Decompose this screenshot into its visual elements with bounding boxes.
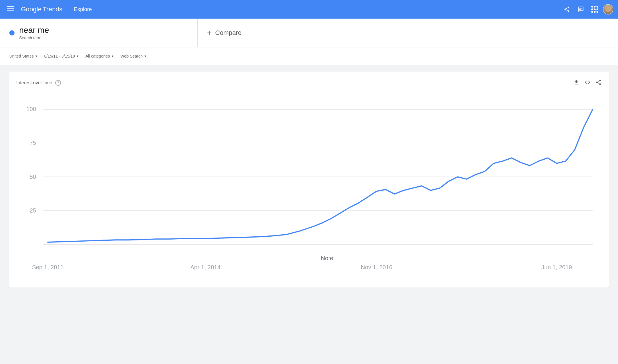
categories-arrow-icon: ▾ — [112, 54, 113, 58]
menu-icon[interactable] — [5, 3, 16, 16]
chart-header: Interest over time ? — [16, 79, 602, 87]
svg-text:75: 75 — [30, 140, 36, 146]
chart-help-icon[interactable]: ? — [55, 80, 61, 86]
trend-chart: 100 75 50 25 Sep 1, 2011 Apr 1, 2014 Nov… — [16, 91, 602, 281]
svg-text:Jun 1, 2019: Jun 1, 2019 — [541, 264, 572, 270]
search-dot-indicator — [9, 30, 15, 35]
region-arrow-icon: ▾ — [35, 54, 37, 58]
region-label: United States — [9, 54, 34, 58]
region-filter[interactable]: United States ▾ — [9, 53, 37, 60]
svg-text:Note: Note — [321, 255, 333, 261]
apps-button[interactable] — [589, 3, 601, 15]
svg-text:Sep 1, 2011: Sep 1, 2011 — [32, 264, 64, 270]
svg-rect-4 — [579, 9, 581, 10]
svg-text:Nov 1, 2016: Nov 1, 2016 — [361, 264, 392, 270]
compare-plus-icon: + — [207, 28, 212, 38]
search-type-filter[interactable]: Web Search ▾ — [120, 53, 146, 60]
interest-over-time-card: Interest over time ? — [9, 72, 609, 288]
header-actions — [561, 3, 613, 15]
date-label: 8/15/11 - 8/15/19 — [44, 54, 75, 58]
svg-text:Apr 1, 2014: Apr 1, 2014 — [190, 264, 221, 270]
search-type-arrow-icon: ▾ — [144, 54, 146, 58]
search-section: near me Search term + Compare — [0, 19, 618, 47]
svg-text:50: 50 — [30, 174, 36, 180]
main-content: Interest over time ? — [0, 65, 618, 295]
explore-label: Explore — [74, 6, 92, 13]
logo-google: Google — [21, 6, 42, 13]
svg-rect-0 — [7, 6, 14, 7]
avatar[interactable] — [603, 4, 613, 15]
share-button[interactable] — [561, 3, 573, 15]
search-term-text: near me Search term — [19, 26, 49, 40]
apps-grid-icon — [589, 3, 601, 15]
feedback-button[interactable] — [575, 3, 587, 15]
svg-rect-2 — [7, 10, 14, 11]
search-term-label: near me — [19, 26, 49, 35]
date-arrow-icon: ▾ — [77, 54, 78, 58]
embed-button[interactable] — [584, 79, 591, 87]
download-button[interactable] — [573, 79, 580, 87]
logo-trends: Trends — [43, 6, 62, 13]
svg-rect-1 — [7, 8, 14, 9]
search-type-label: Web Search — [120, 54, 143, 58]
svg-rect-3 — [579, 8, 583, 8]
filter-bar: United States ▾ 8/15/11 - 8/15/19 ▾ All … — [0, 47, 618, 65]
categories-filter[interactable]: All categories ▾ — [85, 53, 113, 60]
date-filter[interactable]: 8/15/11 - 8/15/19 ▾ — [44, 53, 78, 60]
svg-text:25: 25 — [30, 207, 36, 214]
compare-button[interactable]: + Compare — [198, 19, 618, 47]
search-term-box: near me Search term — [0, 19, 198, 47]
avatar-image — [603, 5, 613, 14]
chart-title-group: Interest over time ? — [16, 80, 61, 86]
categories-label: All categories — [85, 54, 110, 58]
svg-text:100: 100 — [26, 106, 36, 112]
chart-actions — [573, 79, 602, 87]
share-chart-button[interactable] — [595, 79, 602, 87]
chart-title: Interest over time — [16, 80, 52, 85]
app-logo: Google Trends — [21, 6, 62, 13]
app-header: Google Trends Explore — [0, 0, 618, 19]
chart-container: 100 75 50 25 Sep 1, 2011 Apr 1, 2014 Nov… — [16, 91, 602, 281]
search-term-type: Search term — [19, 35, 49, 40]
compare-label: Compare — [215, 29, 241, 37]
